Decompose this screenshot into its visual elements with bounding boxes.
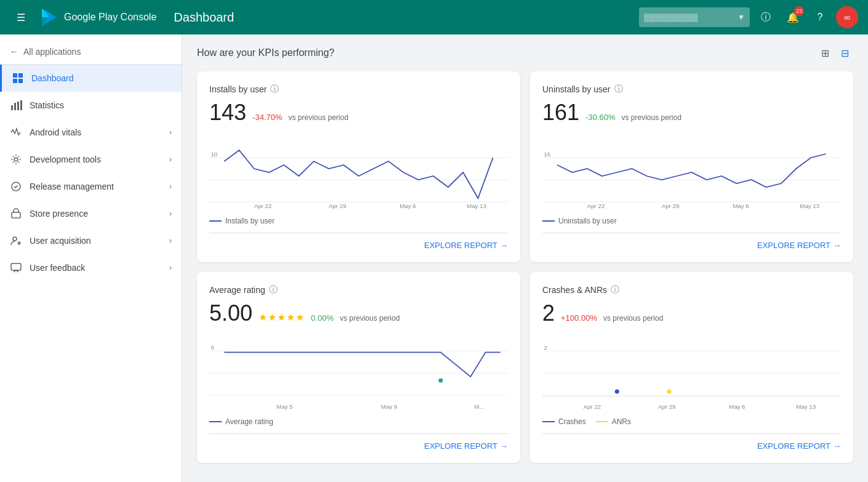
svg-text:May 5: May 5 bbox=[276, 403, 292, 410]
android-vitals-label: Android vitals bbox=[30, 127, 162, 137]
back-arrow-icon: ← bbox=[10, 47, 18, 57]
svg-text:10: 10 bbox=[211, 151, 217, 158]
installs-legend-item: Installs by user bbox=[209, 217, 275, 225]
svg-text:5: 5 bbox=[211, 344, 214, 351]
store-presence-icon bbox=[10, 207, 22, 220]
svg-text:Apr 29: Apr 29 bbox=[658, 403, 676, 410]
uninstalls-explore-link[interactable]: EXPLORE REPORT → bbox=[542, 233, 841, 250]
uninstalls-card-header: Uninstalls by user ⓘ bbox=[542, 84, 841, 95]
menu-button[interactable]: ☰ bbox=[10, 6, 32, 28]
app-selector-box[interactable]: ▓▓▓▓▓▓▓▓▓▓ ▼ bbox=[639, 7, 750, 27]
rating-legend-item: Average rating bbox=[209, 417, 273, 426]
grid-view-button[interactable]: ⊟ bbox=[836, 44, 853, 62]
notification-button[interactable]: 🔔 23 bbox=[782, 6, 804, 28]
installs-explore-label: EXPLORE REPORT bbox=[424, 241, 497, 250]
sidebar-item-user-acquisition[interactable]: User acquisition › bbox=[0, 227, 182, 254]
svg-rect-4 bbox=[18, 73, 23, 78]
help-button[interactable]: ? bbox=[809, 6, 831, 28]
svg-point-44 bbox=[615, 389, 619, 393]
installs-explore-link[interactable]: EXPLORE REPORT → bbox=[209, 233, 508, 250]
svg-text:May 9: May 9 bbox=[381, 403, 397, 410]
play-store-icon bbox=[39, 7, 59, 27]
sidebar-item-store-presence[interactable]: Store presence › bbox=[0, 200, 182, 227]
store-presence-label: Store presence bbox=[30, 209, 162, 219]
avatar-button[interactable]: ∞ bbox=[836, 6, 858, 28]
svg-text:May 13: May 13 bbox=[796, 403, 816, 410]
notification-badge: 23 bbox=[794, 6, 804, 16]
kpi-header: How are your KPIs performing? ⊞ ⊟ bbox=[197, 44, 853, 62]
svg-rect-6 bbox=[18, 79, 23, 83]
release-management-icon bbox=[10, 180, 22, 193]
uninstalls-info-icon[interactable]: ⓘ bbox=[614, 84, 623, 95]
uninstalls-legend: Uninstalls by user bbox=[542, 217, 841, 225]
menu-icon: ☰ bbox=[17, 12, 25, 23]
sidebar-item-user-feedback[interactable]: User feedback › bbox=[0, 254, 182, 281]
crashes-metric-row: 2 +100.00% vs previous period bbox=[542, 300, 841, 326]
info-button[interactable]: ⓘ bbox=[755, 6, 777, 28]
rating-vs: vs previous period bbox=[340, 314, 400, 323]
development-tools-icon bbox=[10, 153, 22, 166]
app-selector-placeholder: ▓▓▓▓▓▓▓▓▓▓ bbox=[644, 13, 737, 22]
crashes-info-icon[interactable]: ⓘ bbox=[611, 284, 619, 295]
info-icon: ⓘ bbox=[761, 11, 771, 24]
installs-info-icon[interactable]: ⓘ bbox=[270, 84, 279, 95]
anrs-legend-line bbox=[596, 421, 608, 422]
svg-point-45 bbox=[667, 389, 671, 393]
back-to-all-apps[interactable]: ← All applications bbox=[0, 39, 182, 65]
sidebar-item-statistics[interactable]: Statistics bbox=[0, 92, 182, 119]
store-presence-chevron-icon: › bbox=[169, 209, 172, 218]
sidebar-item-release-management[interactable]: Release management › bbox=[0, 173, 182, 200]
installs-chart: 10 Apr 22 Apr 29 May 6 May 13 bbox=[209, 135, 508, 209]
uninstalls-card: Uninstalls by user ⓘ 161 -30.60% vs prev… bbox=[530, 71, 853, 262]
svg-rect-7 bbox=[11, 105, 13, 110]
svg-rect-3 bbox=[13, 73, 17, 78]
header-right: ▓▓▓▓▓▓▓▓▓▓ ▼ ⓘ 🔔 23 ? ∞ bbox=[639, 6, 858, 28]
list-view-button[interactable]: ⊞ bbox=[816, 44, 834, 62]
rating-explore-label: EXPLORE REPORT bbox=[424, 441, 497, 451]
sidebar-item-android-vitals[interactable]: Android vitals › bbox=[0, 119, 182, 146]
android-vitals-chevron-icon: › bbox=[169, 128, 172, 137]
uninstalls-legend-line bbox=[542, 220, 555, 222]
back-label: All applications bbox=[23, 47, 81, 57]
svg-rect-9 bbox=[17, 102, 19, 110]
uninstalls-explore-label: EXPLORE REPORT bbox=[757, 241, 830, 250]
rating-value: 5.00 bbox=[209, 300, 252, 326]
app-logo-header: Google Play Console bbox=[39, 7, 156, 27]
svg-text:May 6: May 6 bbox=[400, 203, 416, 209]
installs-legend: Installs by user bbox=[209, 217, 508, 225]
rating-explore-link[interactable]: EXPLORE REPORT → bbox=[209, 433, 508, 451]
sidebar-item-development-tools[interactable]: Development tools › bbox=[0, 146, 182, 173]
uninstalls-change: -30.60% bbox=[585, 113, 615, 122]
installs-title: Installs by user bbox=[209, 84, 267, 94]
android-vitals-icon bbox=[10, 126, 22, 139]
main-content: How are your KPIs performing? ⊞ ⊟ Instal… bbox=[182, 34, 868, 482]
crashes-explore-link[interactable]: EXPLORE REPORT → bbox=[542, 433, 841, 451]
app-selector[interactable]: ▓▓▓▓▓▓▓▓▓▓ ▼ bbox=[639, 7, 750, 27]
svg-text:Apr 22: Apr 22 bbox=[584, 403, 601, 410]
rating-info-icon[interactable]: ⓘ bbox=[269, 284, 278, 295]
svg-point-14 bbox=[13, 237, 17, 241]
svg-text:Apr 22: Apr 22 bbox=[254, 203, 272, 209]
installs-vs: vs previous period bbox=[289, 113, 348, 122]
installs-value: 143 bbox=[209, 100, 246, 126]
svg-text:15: 15 bbox=[544, 151, 550, 158]
crashes-legend-label: Crashes bbox=[558, 417, 586, 426]
development-tools-label: Development tools bbox=[30, 155, 162, 164]
rating-legend-line bbox=[209, 421, 222, 422]
uninstalls-title: Uninstalls by user bbox=[542, 84, 611, 94]
svg-rect-10 bbox=[20, 100, 22, 110]
svg-text:Apr 29: Apr 29 bbox=[329, 203, 347, 209]
installs-change: -34.70% bbox=[252, 113, 282, 122]
uninstalls-metric-row: 161 -30.60% vs previous period bbox=[542, 100, 841, 126]
uninstalls-vs: vs previous period bbox=[622, 113, 681, 122]
rating-stars: ★★★★★ bbox=[259, 311, 305, 323]
installs-legend-line bbox=[209, 220, 222, 222]
user-acquisition-chevron-icon: › bbox=[169, 236, 172, 245]
installs-legend-label: Installs by user bbox=[225, 217, 275, 225]
user-feedback-icon bbox=[10, 262, 22, 274]
user-feedback-label: User feedback bbox=[30, 263, 162, 273]
uninstalls-value: 161 bbox=[542, 100, 579, 126]
sidebar-item-dashboard[interactable]: Dashboard bbox=[0, 65, 182, 92]
crashes-title: Crashes & ANRs bbox=[542, 285, 607, 295]
svg-rect-8 bbox=[14, 103, 16, 110]
